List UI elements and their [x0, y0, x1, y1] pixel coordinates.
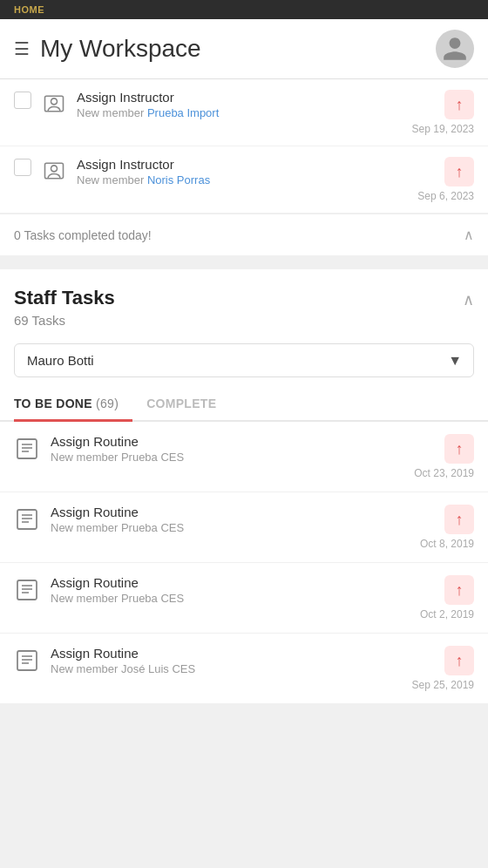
avatar[interactable]	[436, 30, 474, 68]
staff-tasks-header: Staff Tasks 69 Tasks ∧	[0, 269, 488, 335]
staff-priority-arrow-4: ↑	[456, 653, 464, 668]
task-date-2: Sep 6, 2023	[417, 190, 474, 202]
staff-task-right-4: ↑ Sep 25, 2019	[412, 646, 474, 691]
staff-task-title-2: Assign Routine	[51, 505, 410, 519]
svg-rect-16	[17, 651, 37, 670]
staff-priority-button-3[interactable]: ↑	[444, 575, 474, 605]
svg-rect-8	[17, 510, 37, 529]
staff-task-item-3: Assign Routine New member Prueba CES ↑ O…	[0, 563, 488, 634]
task-subtitle-prefix-2: New member	[77, 173, 147, 186]
staff-task-title-1: Assign Routine	[51, 434, 403, 449]
priority-arrow-icon-1: ↑	[456, 97, 464, 112]
task-title-1: Assign Instructor	[77, 90, 403, 105]
staff-task-subtitle-2: New member Prueba CES	[51, 521, 410, 534]
page-title: My Workspace	[40, 35, 201, 63]
task-subtitle-2: New member Noris Porras	[77, 173, 409, 186]
staff-priority-button-1[interactable]: ↑	[444, 434, 474, 464]
priority-button-1[interactable]: ↑	[444, 90, 474, 119]
task-right-2: ↑ Sep 6, 2023	[417, 157, 474, 202]
routine-icon-2	[14, 506, 40, 532]
staff-task-right-3: ↑ Oct 2, 2019	[420, 575, 474, 620]
staff-task-list: Assign Routine New member Prueba CES ↑ O…	[0, 422, 488, 704]
staff-task-date-3: Oct 2, 2019	[420, 608, 474, 620]
task-date-1: Sep 19, 2023	[412, 123, 474, 135]
staff-task-right-2: ↑ Oct 8, 2019	[420, 505, 474, 550]
task-content-2: Assign Instructor New member Noris Porra…	[77, 157, 409, 186]
staff-tasks-collapse-button[interactable]: ∧	[463, 290, 474, 309]
staff-task-content-4: Assign Routine New member José Luis CES	[51, 646, 402, 675]
instructor-icon-2	[42, 159, 66, 183]
svg-rect-4	[17, 439, 37, 458]
task-icon-wrapper-1	[40, 90, 68, 118]
staff-task-date-1: Oct 23, 2019	[414, 467, 474, 479]
staff-tasks-card: Staff Tasks 69 Tasks ∧ Mauro Botti ▼ TO …	[0, 269, 488, 704]
completed-today-text: 0 Tasks completed today!	[14, 228, 152, 242]
priority-button-2[interactable]: ↑	[444, 157, 474, 186]
task-right-1: ↑ Sep 19, 2023	[412, 90, 474, 135]
tab-complete-label: COMPLETE	[146, 397, 216, 410]
staff-task-content-3: Assign Routine New member Prueba CES	[51, 575, 410, 605]
staff-priority-button-2[interactable]: ↑	[444, 505, 474, 534]
task-subtitle-prefix: New member	[77, 106, 147, 119]
header: ☰ My Workspace	[0, 19, 488, 79]
staff-filter-dropdown[interactable]: Mauro Botti	[14, 343, 474, 377]
section-divider	[0, 262, 488, 269]
staff-task-subtitle-3: New member Prueba CES	[51, 592, 410, 605]
staff-task-item-4: Assign Routine New member José Luis CES …	[0, 634, 488, 704]
staff-task-item-1: Assign Routine New member Prueba CES ↑ O…	[0, 422, 488, 492]
staff-priority-arrow-1: ↑	[456, 441, 464, 457]
task-checkbox-1[interactable]	[14, 92, 31, 109]
task-item: Assign Instructor New member Prueba Impo…	[0, 79, 488, 146]
task-subtitle-link-2[interactable]: Noris Porras	[147, 173, 210, 186]
staff-priority-button-4[interactable]: ↑	[444, 646, 474, 675]
task-subtitle-link-1[interactable]: Prueba Import	[147, 106, 219, 119]
home-link[interactable]: HOME	[14, 4, 44, 15]
routine-icon-4	[14, 648, 40, 674]
staff-priority-arrow-2: ↑	[456, 512, 464, 527]
top-bar: HOME	[0, 0, 488, 19]
completed-today-banner: 0 Tasks completed today! ∧	[0, 214, 488, 255]
tab-to-be-done[interactable]: TO BE DONE (69)	[14, 386, 132, 422]
staff-task-subtitle-1: New member Prueba CES	[51, 451, 403, 464]
tab-to-be-done-count: (69)	[96, 397, 119, 410]
staff-task-content-2: Assign Routine New member Prueba CES	[51, 505, 410, 534]
task-icon-wrapper-2	[40, 157, 68, 185]
dropdown-wrapper: Mauro Botti ▼	[14, 343, 474, 377]
task-checkbox-2[interactable]	[14, 159, 31, 176]
svg-rect-12	[17, 580, 37, 600]
task-subtitle-1: New member Prueba Import	[77, 106, 403, 119]
my-tasks-card: Assign Instructor New member Prueba Impo…	[0, 79, 488, 255]
instructor-icon	[42, 92, 66, 116]
staff-task-right-1: ↑ Oct 23, 2019	[414, 434, 474, 479]
staff-task-date-2: Oct 8, 2019	[420, 538, 474, 550]
svg-point-1	[51, 98, 58, 105]
staff-priority-arrow-3: ↑	[456, 582, 464, 598]
staff-filter-dropdown-container: Mauro Botti ▼	[0, 335, 488, 386]
header-left: ☰ My Workspace	[14, 35, 201, 63]
staff-task-title-3: Assign Routine	[51, 575, 410, 590]
staff-task-subtitle-4: New member José Luis CES	[51, 662, 402, 675]
staff-tasks-title: Staff Tasks	[14, 287, 115, 309]
staff-task-content-1: Assign Routine New member Prueba CES	[51, 434, 403, 464]
svg-point-3	[51, 166, 58, 172]
completed-chevron-up-icon[interactable]: ∧	[464, 227, 474, 243]
staff-task-date-4: Sep 25, 2019	[412, 679, 474, 691]
task-item-2: Assign Instructor New member Noris Porra…	[0, 146, 488, 214]
staff-task-item-2: Assign Routine New member Prueba CES ↑ O…	[0, 492, 488, 563]
tab-to-be-done-label: TO BE DONE	[14, 397, 96, 410]
staff-task-title-4: Assign Routine	[51, 646, 402, 661]
priority-arrow-icon-2: ↑	[456, 164, 464, 180]
staff-tasks-tabs: TO BE DONE (69) COMPLETE	[0, 386, 488, 422]
task-content-1: Assign Instructor New member Prueba Impo…	[77, 90, 403, 119]
routine-icon-3	[14, 577, 40, 603]
task-title-2: Assign Instructor	[77, 157, 409, 172]
menu-icon[interactable]: ☰	[14, 38, 30, 59]
routine-icon-1	[14, 436, 40, 462]
staff-tasks-count: 69 Tasks	[14, 313, 115, 328]
staff-tasks-heading-group: Staff Tasks 69 Tasks	[14, 287, 115, 328]
tab-complete[interactable]: COMPLETE	[146, 386, 230, 420]
